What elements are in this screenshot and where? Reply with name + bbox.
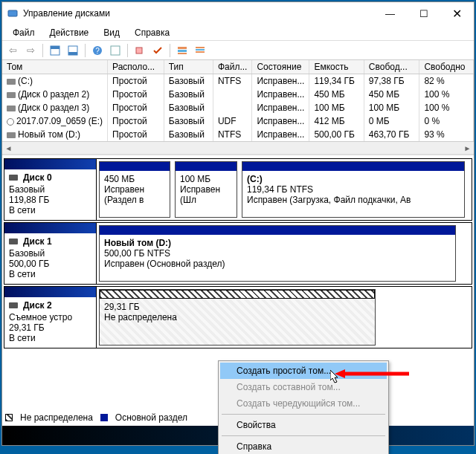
ctx-create-spanned-volume[interactable]: Создать составной том... [220,379,387,395]
ctx-create-simple-volume[interactable]: Создать простой том... [220,363,387,379]
svg-rect-4 [68,52,77,55]
table-row[interactable]: (C:)ПростойБазовыйNTFSИсправен...119,34 … [2,74,474,88]
disk-info[interactable]: Диск 0Базовый119,88 ГБВ сети [4,159,97,220]
back-icon[interactable]: ⇦ [5,43,20,58]
legend-swatch-primary [100,414,108,421]
disk-row: Диск 2Съемное устро29,31 ГБВ сети29,31 Г… [4,286,472,348]
titlebar[interactable]: Управление дисками — ☐ ✕ [2,2,474,25]
table-scrollbar[interactable]: ◄► [2,141,474,154]
menu-file[interactable]: Файл [5,26,42,39]
svg-rect-14 [196,51,205,53]
table-row[interactable]: (Диск 0 раздел 3)ПростойБазовыйИсправен.… [2,101,474,114]
toolbar: ⇦ ⇨ ? [2,41,474,60]
col-volume[interactable]: Том [2,60,108,74]
col-fs[interactable]: Файл... [213,60,252,74]
disk-row: Диск 1Базовый500,00 ГБВ сетиНовый том (D… [4,222,472,285]
table-row[interactable]: Новый том (D:)ПростойБазовыйNTFSИсправен… [2,128,474,141]
ctx-properties[interactable]: Свойства [220,417,387,433]
forward-icon[interactable]: ⇨ [23,43,38,58]
svg-rect-12 [196,47,205,48]
refresh-icon[interactable] [108,43,123,58]
list-small-icon[interactable] [193,43,208,58]
table-row[interactable]: (Диск 0 раздел 2)ПростойБазовыйИсправен.… [2,88,474,101]
window-title: Управление дисками [23,8,373,19]
col-type[interactable]: Тип [164,60,213,74]
col-layout[interactable]: Располо... [108,60,164,74]
list-big-icon[interactable] [175,43,190,58]
svg-rect-13 [196,49,205,51]
menubar: Файл Действие Вид Справка [2,25,474,41]
app-icon [7,7,19,19]
partition-unallocated[interactable]: 29,31 ГБНе распределена [99,289,376,346]
table-row[interactable]: 2017.07.09_0659 (E:)ПростойБазовыйUDFИсп… [2,114,474,128]
svg-rect-9 [178,47,187,49]
col-cap[interactable]: Емкость [309,60,364,74]
partition[interactable]: 450 МБИсправен (Раздел в [99,161,170,218]
svg-rect-7 [111,46,120,55]
svg-rect-8 [136,48,142,53]
svg-rect-11 [178,53,187,54]
ctx-create-striped-volume[interactable]: Создать чередующийся том... [220,395,387,412]
col-status[interactable]: Состояние [252,60,309,74]
legend-swatch-unalloc [5,414,13,421]
partition[interactable]: 100 МБИсправен (Шл [175,161,237,218]
layout-bottom-icon[interactable] [65,43,80,58]
menu-help[interactable]: Справка [127,26,177,39]
svg-rect-10 [178,50,187,52]
check-icon[interactable] [150,43,165,58]
maximize-button[interactable]: ☐ [407,2,440,25]
svg-rect-2 [51,46,60,49]
menu-action[interactable]: Действие [42,26,97,39]
legend-label-primary: Основной раздел [115,412,187,423]
partition[interactable]: Новый том (D:)500,00 ГБ NTFSИсправен (Ос… [99,225,456,282]
svg-rect-0 [8,10,17,16]
col-pct[interactable]: Свободно [419,60,474,74]
volume-table: Том Располо... Тип Файл... Состояние Емк… [2,60,474,155]
help-icon[interactable]: ? [90,43,105,58]
disk-row: Диск 0Базовый119,88 ГБВ сети450 МБИсправ… [4,158,472,221]
disk-info[interactable]: Диск 1Базовый500,00 ГБВ сети [4,223,97,284]
minimize-button[interactable]: — [373,2,407,25]
col-free[interactable]: Свобод... [364,60,419,74]
disk-graphical-view: Диск 0Базовый119,88 ГБВ сети450 МБИсправ… [2,155,474,351]
action-icon[interactable] [132,43,147,58]
svg-text:?: ? [95,47,100,55]
ctx-help[interactable]: Справка [220,438,387,454]
partition[interactable]: (C:)119,34 ГБ NTFSИсправен (Загрузка, Фа… [242,161,465,218]
legend-label-unalloc: Не распределена [20,412,93,423]
close-button[interactable]: ✕ [440,2,474,25]
layout-top-icon[interactable] [48,43,62,58]
menu-view[interactable]: Вид [96,26,127,39]
disk-info[interactable]: Диск 2Съемное устро29,31 ГБВ сети [4,287,97,348]
legend: Не распределена Основной раздел [5,412,187,423]
context-menu: Создать простой том... Создать составной… [218,360,389,454]
